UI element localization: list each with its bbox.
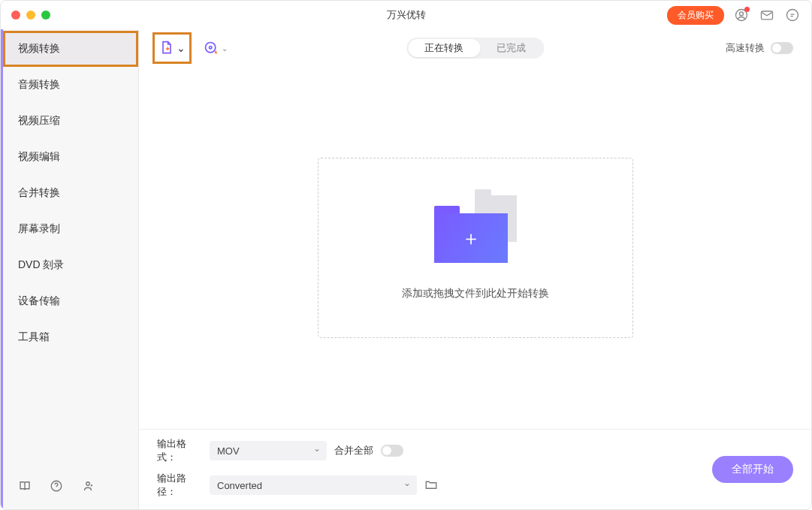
svg-point-5 [86,482,90,486]
chevron-down-icon: ⌄ [222,44,228,53]
plus-icon: ＋ [461,225,481,252]
window-controls [11,11,50,20]
sidebar: 视频转换 音频转换 视频压缩 视频编辑 合并转换 屏幕录制 DVD 刻录 设备传… [1,29,139,509]
sidebar-item-label: 屏幕录制 [18,222,60,236]
highspeed-label: 高速转换 [726,41,765,55]
svg-point-7 [210,47,212,49]
footer: 输出格式： MOV 合并全部 输出路径： Converted [139,429,811,509]
sidebar-item-label: 视频压缩 [18,114,60,128]
tab-converting[interactable]: 正在转换 [408,39,480,57]
sidebar-item-audio-convert[interactable]: 音频转换 [3,67,138,103]
main-panel: ⌄ ⌄ 正在转换 已完成 高速转换 ＋ 添加或拖拽文件到此处开始转换 [139,29,811,509]
sidebar-item-label: 合并转换 [18,186,60,200]
add-file-button[interactable]: ⌄ [152,32,192,64]
start-all-button[interactable]: 全部开始 [712,456,793,483]
mail-icon[interactable] [759,7,775,23]
sidebar-item-video-convert[interactable]: 视频转换 [3,31,138,67]
sidebar-item-label: 音频转换 [18,78,60,92]
merge-all-label: 合并全部 [334,444,373,457]
chevron-down-icon: ⌄ [177,42,186,54]
sidebar-item-video-compress[interactable]: 视频压缩 [3,103,138,139]
highspeed-toggle[interactable] [771,42,793,54]
svg-point-3 [787,10,798,21]
settings-icon[interactable] [81,479,95,493]
sidebar-item-label: 设备传输 [18,294,60,308]
add-disc-button[interactable]: ⌄ [199,38,232,59]
sidebar-bottom [3,479,138,509]
output-format-select[interactable]: MOV [210,441,327,460]
folder-icon: ＋ [434,195,517,263]
toolbar: ⌄ ⌄ 正在转换 已完成 高速转换 [139,29,811,67]
tab-done[interactable]: 已完成 [480,39,542,57]
output-format-label: 输出格式： [157,437,202,464]
dropzone[interactable]: ＋ 添加或拖拽文件到此处开始转换 [318,158,633,338]
sidebar-item-toolbox[interactable]: 工具箱 [3,319,138,355]
titlebar: 万兴优转 会员购买 [1,1,811,29]
merge-all-toggle[interactable] [381,445,403,457]
sidebar-item-label: 工具箱 [18,330,50,344]
account-icon[interactable] [733,7,750,23]
buy-membership-button[interactable]: 会员购买 [667,6,724,25]
sidebar-item-device-transfer[interactable]: 设备传输 [3,283,138,319]
close-window-button[interactable] [11,11,20,20]
maximize-window-button[interactable] [41,11,50,20]
open-folder-button[interactable] [424,478,438,493]
svg-point-6 [206,43,216,53]
svg-point-1 [740,12,744,16]
sidebar-item-dvd-burn[interactable]: DVD 刻录 [3,247,138,283]
sidebar-item-video-edit[interactable]: 视频编辑 [3,139,138,175]
sidebar-item-merge-convert[interactable]: 合并转换 [3,175,138,211]
sidebar-item-label: DVD 刻录 [18,258,64,272]
header-right: 会员购买 [667,6,801,25]
help-icon[interactable] [50,479,63,493]
sidebar-item-label: 视频编辑 [18,150,60,164]
guide-icon[interactable] [18,479,32,493]
feedback-icon[interactable] [784,7,801,23]
dropzone-text: 添加或拖拽文件到此处开始转换 [402,287,549,300]
notification-dot [744,7,750,12]
status-segmented-control: 正在转换 已完成 [406,38,544,59]
sidebar-item-screen-record[interactable]: 屏幕录制 [3,211,138,247]
minimize-window-button[interactable] [26,11,35,20]
output-path-select[interactable]: Converted [210,475,417,495]
sidebar-item-label: 视频转换 [18,42,60,56]
output-path-label: 输出路径： [157,472,202,499]
